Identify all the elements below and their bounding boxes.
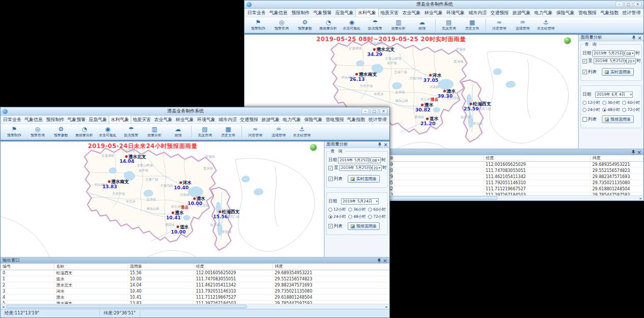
toolbar-item-河道管理[interactable]: ≈河道管理 (487, 19, 511, 31)
output-close-icon[interactable]: × (637, 150, 641, 155)
pin-icon[interactable] (378, 142, 382, 148)
tab-旅游气象[interactable]: 旅游气象 (510, 9, 532, 17)
radio-48小时[interactable]: 48小时 (348, 214, 368, 219)
map-refresh-button[interactable] (564, 37, 571, 44)
toolbar-item-水文站管理[interactable]: ⚓水文站管理 (290, 126, 314, 138)
tab-统计管理[interactable]: 统计管理 (367, 115, 388, 124)
radio-12小时[interactable]: 12小时 (582, 100, 602, 105)
toolbar-item-历史文件[interactable]: ▦历史文件 (461, 19, 484, 31)
list-checkbox[interactable]: ✓ (582, 70, 587, 74)
tab-环境气象[interactable]: 环境气象 (196, 115, 217, 124)
toolbar-item-流域管理[interactable]: ♒流域管理 (511, 19, 534, 31)
column-header-纬度[interactable]: 纬度 (590, 155, 643, 161)
radio-36小时[interactable]: 36小时 (348, 207, 368, 212)
radio-12小时[interactable]: 12小时 (328, 207, 348, 212)
forecast-rainfall-button[interactable]: 预报面雨量 (602, 115, 634, 123)
tab-电力气象[interactable]: 电力气象 (533, 9, 555, 17)
tab-地质灾害[interactable]: 地质灾害 (379, 9, 401, 17)
toolbar-item-实况查询[interactable]: ▤实况查询 (193, 126, 217, 138)
tab-雷电预报[interactable]: 雷电预报 (324, 115, 346, 124)
column-header-编号[interactable]: 编号 (1, 264, 54, 270)
end-hour-select[interactable]: 20▾ (372, 165, 382, 171)
tab-旅游气象[interactable]: 旅游气象 (260, 115, 281, 124)
radio-60小时[interactable]: 60小时 (622, 100, 640, 105)
tab-林业气象[interactable]: 林业气象 (422, 9, 444, 17)
tab-交通预报[interactable]: 交通预报 (238, 115, 260, 124)
window-forecast-rainfall[interactable]: 澧县业务制作系统 – □ × 日常业务气象信息预报制作气象预警应急气象水利气象地… (0, 107, 390, 318)
table-row[interactable]: 0松滋西支15.56112.00160562502929.68935495322… (1, 270, 389, 276)
tab-农业气象[interactable]: 农业气象 (401, 9, 422, 17)
column-header-面雨量[interactable]: 面雨量 (128, 264, 194, 270)
toolbar-item-预警参数[interactable]: ⚙预警参数 (293, 19, 317, 31)
toolbar-item-预警制作[interactable]: ⚑预警制作 (3, 126, 26, 138)
tab-应急气象[interactable]: 应急气象 (87, 115, 109, 124)
pin-icon[interactable] (377, 258, 381, 264)
table-row[interactable]: 3涔水10.40111.79205114631029.735021135080 (1, 288, 389, 294)
output-table[interactable]: 编号名称面雨量经度纬度0松滋西支15.56112.00160562502929.… (1, 264, 389, 304)
start-date-select[interactable]: 2019年 5月25日▾ (592, 50, 624, 56)
panel-close-icon[interactable]: × (638, 36, 642, 40)
radio-72小时[interactable]: 72小时 (622, 107, 640, 112)
tab-城市内涝[interactable]: 城市内涝 (217, 115, 238, 124)
toolbar-item-历史文件[interactable]: ▦历史文件 (217, 126, 240, 138)
radio-24小时[interactable]: 24小时 (328, 214, 348, 219)
tab-统计管理[interactable]: 统计管理 (621, 9, 642, 17)
output-close-icon[interactable]: × (383, 258, 387, 263)
toolbar-item-面雨量分析[interactable]: ◔面雨量分析 (317, 19, 340, 31)
tab-预报制作[interactable]: 预报制作 (290, 9, 312, 17)
table-row[interactable]: 1道水10.00111.74708305505129.552156574823 (1, 276, 389, 282)
maximize-button[interactable]: □ (371, 108, 378, 114)
toolbar-item-防汛预警[interactable]: ☂防汛预警 (119, 126, 143, 138)
tab-气象预警[interactable]: 气象预警 (312, 9, 333, 17)
tab-环境气象[interactable]: 环境气象 (445, 9, 467, 17)
toolbar-item-水库可视化[interactable]: ◉水库可视化 (96, 126, 119, 138)
scrollbar-thumb[interactable] (6, 305, 247, 308)
to-checkbox[interactable]: ✓ (582, 59, 587, 64)
toolbar-item-雨量分析[interactable]: ▥雨量分析 (143, 126, 166, 138)
tab-雷电预报[interactable]: 雷电预报 (576, 9, 598, 17)
toolbar-item-雨情[interactable]: ☁雨情 (166, 126, 190, 138)
scroll-right-arrow[interactable]: ► (638, 196, 643, 201)
tab-气象信息[interactable]: 气象信息 (267, 9, 289, 17)
pin-icon[interactable] (632, 35, 636, 41)
minimize-button[interactable]: – (616, 2, 623, 7)
tab-城市内涝[interactable]: 城市内涝 (467, 9, 488, 17)
tab-农业气象[interactable]: 农业气象 (152, 115, 174, 124)
radio-48小时[interactable]: 48小时 (602, 107, 622, 112)
tab-日常业务[interactable]: 日常业务 (2, 115, 23, 124)
tab-保险气象[interactable]: 保险气象 (555, 9, 576, 17)
toolbar-item-雨情[interactable]: ☁雨情 (410, 19, 434, 31)
tab-气象指数[interactable]: 气象指数 (599, 9, 621, 17)
start-hour-select[interactable]: 08▾ (371, 157, 381, 163)
scroll-left-arrow[interactable]: ◄ (1, 304, 6, 309)
tab-林业气象[interactable]: 林业气象 (174, 115, 195, 124)
toolbar-item-预警制作[interactable]: ⚑预警制作 (247, 19, 270, 31)
column-header-经度[interactable]: 经度 (483, 155, 590, 161)
list-checkbox[interactable]: ✓ (328, 177, 333, 181)
start-hour-select[interactable]: 08▾ (625, 50, 635, 56)
table-row[interactable]: 5澧水南支13.83111.39726718450329.78544759759… (1, 300, 389, 304)
tab-保险气象[interactable]: 保险气象 (302, 115, 324, 124)
window-titlebar[interactable]: 澧县业务制作系统 – □ × (244, 1, 643, 9)
tab-应急气象[interactable]: 应急气象 (333, 9, 355, 17)
toolbar-item-预警参数[interactable]: ⚙预警参数 (49, 126, 73, 138)
panel-close-icon[interactable]: × (384, 142, 388, 147)
column-header-纬度[interactable]: 纬度 (272, 264, 389, 270)
pin-icon[interactable] (631, 150, 635, 155)
column-header-经度[interactable]: 经度 (194, 264, 272, 270)
tab-水利气象[interactable]: 水利气象 (109, 115, 131, 124)
toolbar-item-水库可视化[interactable]: ◉水库可视化 (340, 19, 363, 31)
end-date-select[interactable]: 2019年 5月25日▾ (594, 58, 625, 64)
tab-气象信息[interactable]: 气象信息 (23, 115, 44, 124)
forecast-date-select[interactable]: 2019年 5月24日▾ (341, 198, 379, 205)
end-date-select[interactable]: 2019年 5月25日▾ (340, 165, 371, 171)
window-titlebar[interactable]: 澧县业务制作系统 – □ × (1, 107, 389, 115)
horizontal-scrollbar[interactable]: ◄ ► (1, 304, 389, 309)
start-date-select[interactable]: 2019年 5月25日▾ (338, 157, 370, 163)
table-row[interactable]: 2澧水北支14.04111.46210541134229.88234757169… (1, 282, 389, 288)
close-button[interactable]: × (380, 108, 387, 114)
toolbar-item-水文站管理[interactable]: ⚓水文站管理 (534, 19, 558, 31)
tab-预报制作[interactable]: 预报制作 (44, 115, 66, 124)
tab-地质灾害[interactable]: 地质灾害 (131, 115, 152, 124)
tab-电力气象[interactable]: 电力气象 (281, 115, 302, 124)
